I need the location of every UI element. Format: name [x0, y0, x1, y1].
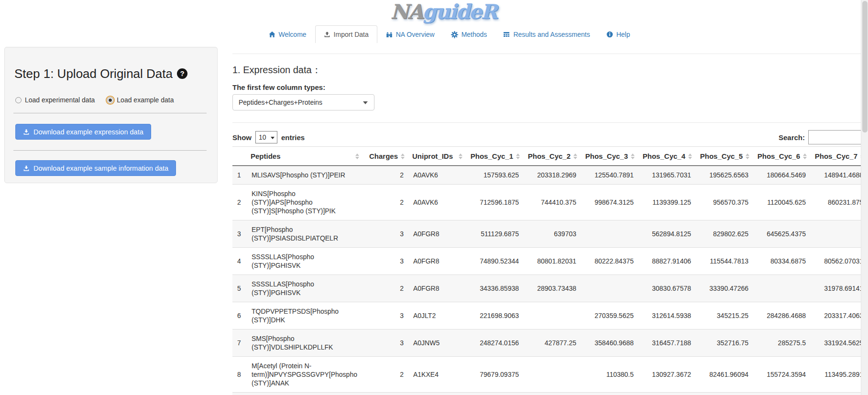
- column-header-phos-cyc-3[interactable]: Phos_Cyc_3: [581, 147, 638, 166]
- question-circle-icon[interactable]: ?: [177, 68, 187, 79]
- download-example-sample-information-data-button[interactable]: Download example sample information data: [15, 160, 176, 176]
- table-cell: 3: [232, 220, 247, 248]
- table-cell: 4: [232, 248, 247, 275]
- sort-icon[interactable]: [355, 154, 359, 159]
- table-cell: 3: [363, 302, 408, 329]
- column-types-label: The first few column types:: [232, 83, 868, 91]
- upload-panel: Step 1: Upload Original Data ? Load expe…: [4, 47, 218, 183]
- home-icon: [269, 31, 275, 38]
- table-cell: [408, 393, 466, 395]
- table-cell: A1KXE4: [408, 357, 466, 393]
- download-example-expression-data-button[interactable]: Download example expression data: [15, 124, 151, 140]
- table-cell: 956570.375: [696, 185, 753, 220]
- column-header-phos-cyc-2[interactable]: Phos_Cyc_2: [524, 147, 581, 166]
- table-cell: 115544.7813: [696, 248, 753, 275]
- sort-icon[interactable]: [401, 154, 405, 159]
- table-cell: 7: [232, 329, 247, 357]
- table-cell: 511129.6875: [466, 220, 524, 248]
- sort-icon[interactable]: [746, 154, 749, 159]
- scrollbar-thumb[interactable]: [862, 1, 868, 132]
- import-data-content: 1. Expression data： The first few column…: [232, 54, 868, 395]
- expression-data-heading: 1. Expression data：: [232, 64, 868, 76]
- table-cell: M[Acetyl (Protein N-term)]NPVYSPGSSGVPY[…: [247, 357, 363, 393]
- table-cell: A0AVK6: [408, 166, 466, 185]
- column-header-rownum: [232, 147, 247, 166]
- tab-label: Import Data: [334, 31, 369, 38]
- table-cell: [581, 220, 638, 248]
- radio-load-experimental-data[interactable]: Load experimental data: [15, 96, 95, 104]
- table-cell: 8: [232, 357, 247, 393]
- radio-label: Load example data: [117, 96, 174, 104]
- column-header-phos-cyc-1[interactable]: Phos_Cyc_1: [466, 147, 524, 166]
- table-cell: 110380.5: [581, 357, 638, 393]
- show-label: Show: [232, 133, 252, 142]
- table-cell: [247, 393, 363, 395]
- table-cell: 131965.7031: [638, 166, 696, 185]
- table-cell: 2: [363, 185, 408, 220]
- table-row: 3EPT[Phospho (STY)]PSIASDISLPIATQELR3A0F…: [232, 220, 868, 248]
- sort-icon[interactable]: [516, 154, 520, 159]
- table-cell: [753, 393, 811, 395]
- column-header-phos-cyc-7[interactable]: Phos_Cyc_7: [811, 147, 868, 166]
- column-header-phos-cyc-6[interactable]: Phos_Cyc_6: [753, 147, 811, 166]
- radio-button-icon[interactable]: [15, 97, 22, 103]
- binoculars-icon: [386, 31, 393, 38]
- table-cell: 157593.625: [466, 166, 524, 185]
- table-cell: 285275.5: [753, 329, 811, 357]
- table-cell: 6: [232, 302, 247, 329]
- table-cell: 316457.7188: [638, 329, 696, 357]
- table-cell: [466, 393, 524, 395]
- column-header-uniprot-ids[interactable]: Uniprot_IDs: [408, 147, 466, 166]
- tab-import-data[interactable]: Import Data: [315, 25, 377, 43]
- table-cell: 2: [363, 357, 408, 393]
- table-cell: 2: [232, 185, 247, 220]
- table-cell: A0AVK6: [408, 185, 466, 220]
- tab-label: Help: [616, 31, 630, 38]
- table-cell: 358460.9688: [581, 329, 638, 357]
- column-header-phos-cyc-4[interactable]: Phos_Cyc_4: [638, 147, 696, 166]
- page-length-value: 10: [259, 133, 266, 141]
- tab-help[interactable]: Help: [599, 25, 638, 43]
- divider: [13, 150, 207, 151]
- column-header-peptides[interactable]: Peptides: [247, 147, 363, 166]
- table-row: 4SSSSLLAS[Phospho (STY)]PGHISVK3A0FGR874…: [232, 248, 868, 275]
- panel-title: Step 1: Upload Original Data ?: [14, 66, 207, 81]
- sort-icon[interactable]: [631, 154, 635, 159]
- column-header-phos-cyc-5[interactable]: Phos_Cyc_5: [696, 147, 753, 166]
- tab-na-overview[interactable]: NA Overview: [378, 25, 442, 43]
- tab-welcome[interactable]: Welcome: [261, 25, 314, 43]
- radio-label: Load experimental data: [25, 96, 95, 104]
- sort-icon[interactable]: [688, 154, 692, 159]
- vertical-scrollbar[interactable]: [861, 0, 868, 395]
- table-cell: 155724.3594: [753, 357, 811, 393]
- sort-icon[interactable]: [803, 154, 807, 159]
- page-length-select[interactable]: 10: [255, 131, 277, 143]
- table-cell: SMS[Phospho (STY)]VDLSHIPLKDPLLFK: [247, 329, 363, 357]
- column-types-dropdown[interactable]: Peptides+Charges+Proteins: [232, 94, 374, 110]
- table-cell: 744410.375: [524, 185, 581, 220]
- table-cell: 31978.69141: [811, 275, 868, 302]
- download-icon: [23, 165, 30, 172]
- table-row: 2KINS[Phospho (STY)]APS[Phospho (STY)]S[…: [232, 185, 868, 220]
- table-cell: 2: [363, 166, 408, 185]
- radio-button-icon[interactable]: [107, 97, 113, 103]
- table-cell: EPT[Phospho (STY)]PSIASDISLPIATQELR: [247, 220, 363, 248]
- table-row: [232, 393, 868, 395]
- column-header-charges[interactable]: Charges: [363, 147, 408, 166]
- search-input[interactable]: [808, 130, 868, 144]
- table-cell: 30830.67578: [638, 275, 696, 302]
- radio-load-example-data[interactable]: Load example data: [107, 96, 174, 104]
- table-cell: 860231.875: [811, 185, 868, 220]
- table-cell: 80222.84375: [581, 248, 638, 275]
- table-cell: 80562.07031: [811, 248, 868, 275]
- sort-icon[interactable]: [459, 154, 462, 159]
- search-label: Search:: [779, 133, 805, 142]
- table-cell: 3: [363, 248, 408, 275]
- logo-text-guider: guideR: [423, 0, 497, 23]
- table-cell: [581, 275, 638, 302]
- tab-results-and-assessments[interactable]: Results and Assessments: [495, 25, 597, 43]
- sort-icon[interactable]: [573, 154, 577, 159]
- table-row: 1MLISAVS[Phospho (STY)]PEIR2A0AVK6157593…: [232, 166, 868, 185]
- tab-methods[interactable]: Methods: [443, 25, 495, 43]
- divider: [13, 113, 207, 113]
